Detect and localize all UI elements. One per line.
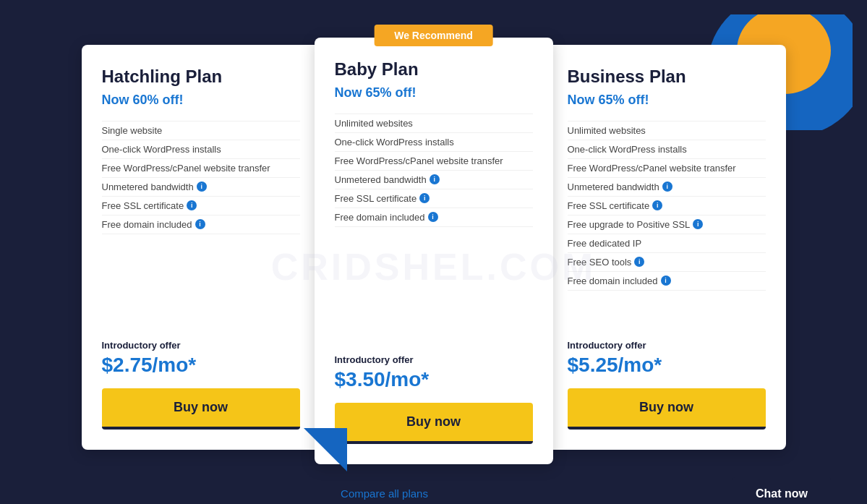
feature-item: One-click WordPress installs <box>102 140 300 159</box>
feature-text: Unmetered bandwidth <box>335 174 427 185</box>
recommend-badge: We Recommend <box>374 25 493 46</box>
feature-text: Free domain included <box>568 276 658 286</box>
feature-text: Free WordPress/cPanel website transfer <box>335 155 503 166</box>
info-icon[interactable]: i <box>197 181 207 192</box>
info-icon[interactable]: i <box>634 257 644 267</box>
feature-item: Free SSL certificate i <box>102 197 300 215</box>
page-wrapper: CRIDSHEL.COM Hatchling PlanNow 60% off! … <box>14 14 853 504</box>
intro-label-business: Introductory offer <box>568 340 766 351</box>
feature-item: Unlimited websites <box>568 121 766 140</box>
feature-text: Free SEO tools <box>568 257 632 268</box>
plan-discount-baby: Now 65% off! <box>335 85 533 101</box>
feature-item: Single website <box>102 121 300 140</box>
feature-item: Free upgrade to Positive SSL i <box>568 215 766 234</box>
feature-text: Single website <box>102 125 163 136</box>
info-icon[interactable]: i <box>662 181 672 192</box>
feature-item: Unmetered bandwidth i <box>568 178 766 197</box>
compare-link[interactable]: Compare all plans <box>36 487 733 500</box>
feature-item: Free SSL certificate i <box>335 189 533 208</box>
info-icon[interactable]: i <box>187 200 197 210</box>
feature-text: One-click WordPress installs <box>102 144 221 155</box>
buy-button-baby[interactable]: Buy now <box>335 403 533 444</box>
bottom-section: Compare all plans Chat now <box>14 464 853 505</box>
feature-item: Free WordPress/cPanel website transfer <box>335 152 533 171</box>
plan-card-baby: We RecommendBaby PlanNow 65% off! Unlimi… <box>315 38 553 464</box>
feature-item: Free WordPress/cPanel website transfer <box>102 159 300 178</box>
feature-text: Free upgrade to Positive SSL <box>568 219 691 230</box>
feature-item: Free domain included i <box>335 208 533 227</box>
feature-text: Unlimited websites <box>335 118 413 129</box>
pricing-cards-section: Hatchling PlanNow 60% off! Single websit… <box>67 30 800 464</box>
feature-text: Free WordPress/cPanel website transfer <box>568 163 736 174</box>
price-business: $5.25/mo* <box>568 354 766 377</box>
feature-item: Free SSL certificate i <box>568 197 766 215</box>
features-list-hatchling: Single website One-click WordPress insta… <box>102 121 300 325</box>
plan-title-baby: Baby Plan <box>335 59 533 80</box>
chat-now-button[interactable]: Chat now <box>733 477 831 505</box>
info-icon[interactable]: i <box>195 219 205 229</box>
features-list-baby: Unlimited websites One-click WordPress i… <box>335 114 533 340</box>
feature-item: One-click WordPress installs <box>568 140 766 159</box>
feature-text: Free dedicated IP <box>568 238 642 249</box>
plan-discount-business: Now 65% off! <box>568 93 766 108</box>
feature-text: Unmetered bandwidth <box>102 181 194 192</box>
feature-text: Free domain included <box>102 219 192 230</box>
feature-item: Free dedicated IP <box>568 234 766 253</box>
info-icon[interactable]: i <box>661 276 671 286</box>
feature-text: Free domain included <box>335 212 425 223</box>
feature-item: One-click WordPress installs <box>335 133 533 152</box>
feature-text: Unlimited websites <box>568 125 646 136</box>
buy-button-hatchling[interactable]: Buy now <box>102 388 300 430</box>
feature-item: Free SEO tools i <box>568 253 766 272</box>
feature-text: Free WordPress/cPanel website transfer <box>102 163 270 174</box>
intro-label-hatchling: Introductory offer <box>102 340 300 351</box>
intro-label-baby: Introductory offer <box>335 354 533 365</box>
feature-text: Unmetered bandwidth <box>568 181 659 192</box>
feature-text: One-click WordPress installs <box>335 137 454 148</box>
plan-title-business: Business Plan <box>568 67 766 87</box>
info-icon[interactable]: i <box>430 174 440 184</box>
price-hatchling: $2.75/mo* <box>102 354 300 377</box>
plan-card-business: Business PlanNow 65% off! Unlimited webs… <box>547 45 786 450</box>
feature-text: Free SSL certificate <box>568 200 650 211</box>
price-baby: $3.50/mo* <box>335 368 533 391</box>
plan-card-hatchling: Hatchling PlanNow 60% off! Single websit… <box>82 45 320 450</box>
feature-item: Free domain included i <box>102 215 300 234</box>
feature-item: Unmetered bandwidth i <box>335 171 533 189</box>
feature-text: One-click WordPress installs <box>568 144 687 155</box>
info-icon[interactable]: i <box>652 200 662 210</box>
buy-button-business[interactable]: Buy now <box>568 388 766 430</box>
feature-text: Free SSL certificate <box>102 200 184 211</box>
feature-text: Free SSL certificate <box>335 193 417 204</box>
info-icon[interactable]: i <box>428 212 438 222</box>
features-list-business: Unlimited websites One-click WordPress i… <box>568 121 766 325</box>
info-icon[interactable]: i <box>419 193 430 203</box>
plan-discount-hatchling: Now 60% off! <box>102 93 300 108</box>
feature-item: Unlimited websites <box>335 114 533 133</box>
feature-item: Unmetered bandwidth i <box>102 178 300 197</box>
feature-item: Free WordPress/cPanel website transfer <box>568 159 766 178</box>
info-icon[interactable]: i <box>693 219 703 229</box>
plan-title-hatchling: Hatchling Plan <box>102 67 300 87</box>
feature-item: Free domain included i <box>568 272 766 291</box>
